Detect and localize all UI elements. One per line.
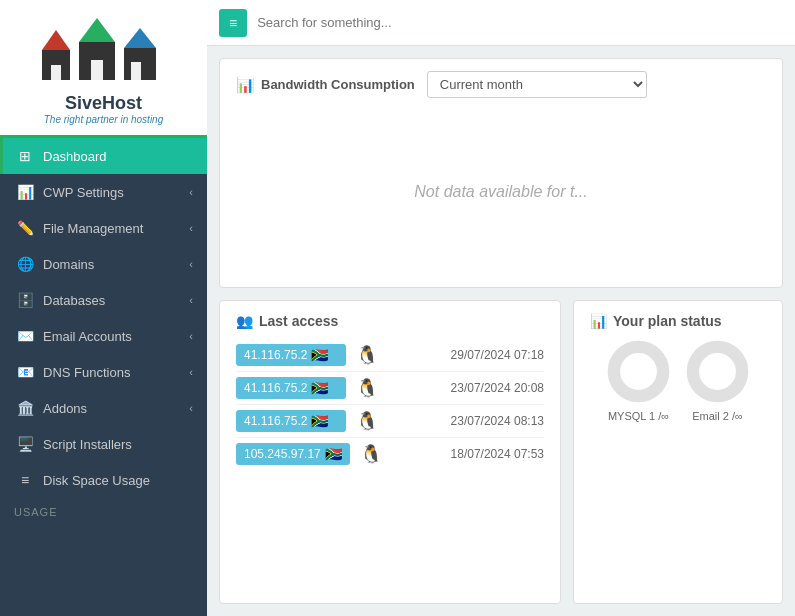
access-time: 29/07/2024 07:18 [451,348,544,362]
sidebar-item-file-management[interactable]: ✏️ File Management ‹ [0,210,207,246]
plan-status-icon: 📊 [590,313,607,329]
content-area: 📊 Bandwidth Consumption Current month La… [207,46,795,616]
topbar: ≡ [207,0,795,46]
sidebar-item-databases[interactable]: 🗄️ Databases ‹ [0,282,207,318]
plan-status-title: 📊 Your plan status [590,313,766,329]
logo-tagline: The right partner in hosting [10,114,197,125]
access-time: 18/07/2024 07:53 [451,447,544,461]
plan-status-panel: 📊 Your plan status MYSQL 1 /∞ [573,300,783,604]
file-icon: ✏️ [17,220,33,236]
table-row: 41.116.75.2 🇿🇦 🐧 23/07/2024 20:08 [236,372,544,405]
donut-email: Email 2 /∞ [685,339,750,422]
table-row: 41.116.75.2 🇿🇦 🐧 29/07/2024 07:18 [236,339,544,372]
bandwidth-title-text: Bandwidth Consumption [261,77,415,92]
bandwidth-header: 📊 Bandwidth Consumption Current month La… [236,71,766,98]
menu-toggle-button[interactable]: ≡ [219,9,247,37]
sidebar-item-label: Addons [43,401,87,416]
ip-text: 105.245.97.17 [244,447,321,461]
last-access-title: 👥 Last access [236,313,544,329]
ip-badge: 105.245.97.17 🇿🇦 [236,443,350,465]
cwp-icon: 📊 [17,184,33,200]
sidebar-item-label: DNS Functions [43,365,130,380]
sidebar-nav: ⊞ Dashboard 📊 CWP Settings ‹ ✏️ File Man… [0,138,207,616]
sidebar-item-dns-functions[interactable]: 📧 DNS Functions ‹ [0,354,207,390]
disk-icon: ≡ [17,472,33,488]
chevron-right-icon: ‹ [189,294,193,306]
ip-text: 41.116.75.2 [244,348,307,362]
no-data-message: Not data available for t... [236,108,766,275]
svg-marker-1 [42,30,70,50]
donut-email-chart [685,339,750,404]
access-time: 23/07/2024 20:08 [451,381,544,395]
chevron-right-icon: ‹ [189,186,193,198]
sidebar-item-script-installers[interactable]: 🖥️ Script Installers [0,426,207,462]
bandwidth-panel: 📊 Bandwidth Consumption Current month La… [219,58,783,288]
chevron-right-icon: ‹ [189,402,193,414]
sidebar-item-label: File Management [43,221,143,236]
svg-point-11 [693,347,742,396]
donut-mysql-chart [606,339,671,404]
dashboard-icon: ⊞ [17,148,33,164]
sidebar: SiveHost The right partner in hosting ⊞ … [0,0,207,616]
plan-status-title-text: Your plan status [613,313,722,329]
flag-icon: 🇿🇦 [325,446,342,462]
ip-text: 41.116.75.2 [244,414,307,428]
os-icon: 🐧 [356,344,378,366]
script-icon: 🖥️ [17,436,33,452]
month-select[interactable]: Current month Last month Last 3 months L… [427,71,647,98]
addons-icon: 🏛️ [17,400,33,416]
sidebar-item-label: Dashboard [43,149,107,164]
sidebar-item-domains[interactable]: 🌐 Domains ‹ [0,246,207,282]
last-access-panel: 👥 Last access 41.116.75.2 🇿🇦 🐧 29/07/202… [219,300,561,604]
os-icon: 🐧 [356,377,378,399]
bandwidth-chart-icon: 📊 [236,76,255,94]
flag-icon: 🇿🇦 [311,380,328,396]
chevron-right-icon: ‹ [189,330,193,342]
svg-rect-6 [51,65,61,80]
sidebar-item-dashboard[interactable]: ⊞ Dashboard [0,138,207,174]
sidebar-item-label: Email Accounts [43,329,132,344]
flag-icon: 🇿🇦 [311,347,328,363]
domains-icon: 🌐 [17,256,33,272]
chevron-right-icon: ‹ [189,366,193,378]
sidebar-item-cwp-settings[interactable]: 📊 CWP Settings ‹ [0,174,207,210]
sidebar-item-label: Databases [43,293,105,308]
sidebar-item-addons[interactable]: 🏛️ Addons ‹ [0,390,207,426]
sidebar-item-label: CWP Settings [43,185,124,200]
main-content: ≡ 📊 Bandwidth Consumption Current month … [207,0,795,616]
sidebar-item-email-accounts[interactable]: ✉️ Email Accounts ‹ [0,318,207,354]
table-row: 41.116.75.2 🇿🇦 🐧 23/07/2024 08:13 [236,405,544,438]
logo-brand: SiveHost [10,93,197,114]
databases-icon: 🗄️ [17,292,33,308]
sidebar-item-label: Disk Space Usage [43,473,150,488]
donut-mysql: MYSQL 1 /∞ [606,339,671,422]
search-input[interactable] [257,15,783,30]
os-icon: 🐧 [360,443,382,465]
table-row: 105.245.97.17 🇿🇦 🐧 18/07/2024 07:53 [236,438,544,470]
flag-icon: 🇿🇦 [311,413,328,429]
ip-badge: 41.116.75.2 🇿🇦 [236,410,346,432]
ip-text: 41.116.75.2 [244,381,307,395]
sidebar-item-disk-space[interactable]: ≡ Disk Space Usage [0,462,207,498]
sidebar-section-usage: Usage [0,498,207,520]
chevron-right-icon: ‹ [189,222,193,234]
access-time: 23/07/2024 08:13 [451,414,544,428]
donut-row: MYSQL 1 /∞ Email 2 /∞ [590,339,766,422]
logo-svg [34,10,174,90]
bottom-row: 👥 Last access 41.116.75.2 🇿🇦 🐧 29/07/202… [219,300,783,604]
email-icon: ✉️ [17,328,33,344]
os-icon: 🐧 [356,410,378,432]
ip-badge: 41.116.75.2 🇿🇦 [236,344,346,366]
svg-rect-7 [91,60,103,80]
donut-email-label: Email 2 /∞ [692,410,743,422]
bandwidth-title: 📊 Bandwidth Consumption [236,76,415,94]
dns-icon: 📧 [17,364,33,380]
chevron-right-icon: ‹ [189,258,193,270]
logo-area: SiveHost The right partner in hosting [0,0,207,138]
ip-badge: 41.116.75.2 🇿🇦 [236,377,346,399]
sidebar-item-label: Script Installers [43,437,132,452]
donut-mysql-label: MYSQL 1 /∞ [608,410,669,422]
svg-rect-8 [131,62,141,80]
svg-marker-5 [124,28,156,48]
svg-marker-3 [79,18,115,42]
